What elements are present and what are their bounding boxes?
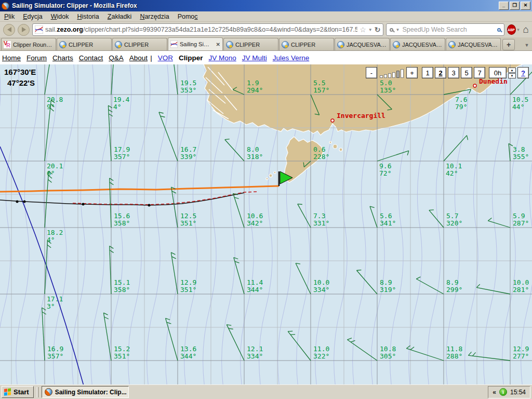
nav-link-contact[interactable]: Contact — [79, 54, 103, 62]
day-button-5[interactable]: 5 — [461, 67, 472, 78]
browser-tab[interactable]: CLIPPER — [223, 38, 278, 50]
adblock-button[interactable]: ABP ▼ — [507, 24, 521, 35]
search-engine-dropdown-icon[interactable]: ▼ — [396, 28, 400, 32]
close-tab-icon[interactable]: ✕ — [216, 42, 220, 47]
minimize-button[interactable]: _ — [499, 2, 509, 10]
tray-info-icon[interactable]: i — [499, 388, 507, 396]
race-link-julesverne[interactable]: Jules Verne — [273, 54, 310, 62]
tray-clock[interactable]: 15:54 — [510, 389, 526, 396]
wind-direction-label: 3° — [47, 302, 55, 310]
wind-direction-label: 358° — [114, 286, 130, 294]
zoom-level-bar[interactable] — [396, 71, 400, 78]
page-content: HomeForumChartsContactQ&AAbout|VORClippe… — [0, 51, 532, 384]
time-offset-button[interactable]: 0h — [489, 67, 507, 78]
wind-barb — [159, 112, 178, 161]
nav-link-forum[interactable]: Forum — [26, 54, 47, 62]
forward-button[interactable] — [18, 24, 30, 36]
navigation-toolbar: sail.zezo.org/clipper/chart.pl?sid=99390… — [0, 22, 532, 37]
nav-link-home[interactable]: Home — [2, 54, 21, 62]
zoom-level-bar[interactable] — [392, 72, 395, 78]
nav-link-about[interactable]: About — [129, 54, 148, 62]
wind-speed-label: 12.9 — [180, 278, 196, 286]
zoom-level-bar[interactable] — [384, 74, 387, 78]
day-button-1[interactable]: 1 — [422, 67, 433, 78]
zoom-level-indicator[interactable] — [380, 68, 404, 78]
browser-tab[interactable]: Clipper Round ... — [1, 38, 56, 50]
zoom-level-bar[interactable] — [380, 75, 383, 78]
adblock-icon: ABP — [507, 24, 516, 35]
wind-speed-label: 20.8 — [47, 96, 63, 103]
wind-barb — [444, 136, 468, 161]
race-link-jvmono[interactable]: JV Mono — [208, 54, 236, 62]
browser-tab[interactable]: Sailing Simu...✕ — [168, 37, 223, 50]
wind-barb — [227, 325, 244, 361]
taskbar-divider — [37, 387, 38, 397]
firefox-icon — [2, 2, 9, 10]
wind-speed-label: 5.9 — [513, 212, 525, 220]
spin-up-icon[interactable]: ▲ — [508, 68, 516, 73]
search-box[interactable]: ▼ SpeedUp Web Search — [386, 23, 504, 36]
browser-tab[interactable]: CLIPPER — [279, 38, 334, 50]
wind-speed-label: 10.6 — [247, 212, 263, 220]
wind-barb — [110, 178, 114, 228]
day-button-3[interactable]: 3 — [448, 67, 459, 78]
menu-item[interactable]: Plik — [0, 12, 19, 21]
tab-label: Clipper Round ... — [13, 42, 54, 48]
menu-item[interactable]: Narzędzia — [136, 12, 173, 21]
home-button[interactable]: ⌂ — [523, 24, 529, 35]
help-button[interactable]: ? — [517, 67, 529, 78]
taskbar: Start Sailing Simulator: Clip... « i 15:… — [0, 384, 532, 399]
maximize-button[interactable]: ❒ — [510, 2, 520, 10]
vr-icon — [4, 41, 11, 48]
zoom-out-button[interactable]: - — [366, 67, 377, 78]
wind-direction-label: 305° — [380, 352, 396, 360]
nav-link-charts[interactable]: Charts — [52, 54, 73, 62]
wind-speed-label: 15.2 — [114, 345, 130, 353]
close-button[interactable]: ✕ — [521, 2, 530, 10]
back-button[interactable] — [3, 24, 15, 36]
wind-barb — [509, 143, 513, 161]
chart-map[interactable]: 20.89°19.44°19.5353°1.9294°5.5157°5.0135… — [0, 64, 532, 384]
window-titlebar[interactable]: Sailing Simulator: Clipper - Mozilla Fir… — [0, 0, 532, 11]
nav-link-qa[interactable]: Q&A — [109, 54, 124, 62]
city-marker — [473, 84, 476, 87]
tab-label: JACQUESVABR... — [347, 42, 387, 48]
browser-tab[interactable]: JACQUESVABR... — [335, 38, 390, 50]
day-button-2[interactable]: 2 — [435, 67, 446, 78]
search-engine-icon — [390, 28, 393, 32]
browser-tab[interactable]: CLIPPER — [112, 38, 167, 50]
menu-item[interactable]: Widok — [47, 12, 73, 21]
zoom-level-bar[interactable] — [388, 73, 391, 78]
menu-item[interactable]: Historia — [73, 12, 103, 21]
browser-tab[interactable]: JACQUESVABR... — [390, 38, 445, 50]
race-link-vor[interactable]: VOR — [158, 54, 173, 62]
zoom-level-bar[interactable] — [401, 69, 404, 78]
taskbar-window-button[interactable]: Sailing Simulator: Clip... — [42, 386, 129, 398]
wind-barb — [370, 206, 377, 228]
menu-item[interactable]: Zakładki — [103, 12, 136, 21]
wind-speed-label: 16.7 — [180, 145, 196, 153]
adblock-dropdown-icon[interactable]: ▼ — [516, 28, 521, 32]
new-tab-button[interactable]: + — [502, 39, 515, 50]
wind-barb — [429, 210, 444, 228]
race-link-jvmulti[interactable]: JV Multi — [242, 54, 267, 62]
start-button[interactable]: Start — [2, 386, 34, 398]
bookmark-star-icon[interactable]: ☆ — [360, 25, 366, 34]
chart-svg[interactable]: 20.89°19.44°19.5353°1.9294°5.5157°5.0135… — [0, 64, 532, 384]
tab-list-button[interactable]: ▼ — [523, 40, 531, 50]
search-input[interactable]: SpeedUp Web Search — [402, 26, 494, 33]
browser-tab[interactable]: JACQUESVABR... — [446, 38, 501, 50]
url-dropdown-icon[interactable]: ▼ — [368, 28, 373, 32]
tab-label: Sailing Simu... — [180, 41, 214, 47]
url-bar[interactable]: sail.zezo.org/clipper/chart.pl?sid=99390… — [32, 23, 383, 36]
browser-tab[interactable]: CLIPPER — [57, 38, 112, 50]
reload-icon[interactable]: ↻ — [375, 25, 381, 34]
day-button-7[interactable]: 7 — [474, 67, 485, 78]
zoom-in-button[interactable]: + — [406, 67, 418, 78]
spin-down-icon[interactable]: ▼ — [508, 73, 516, 78]
menu-bar: PlikEdycjaWidokHistoriaZakładkiNarzędzia… — [0, 11, 532, 22]
menu-item[interactable]: Edycja — [19, 12, 47, 21]
search-go-icon[interactable] — [497, 28, 501, 32]
tray-collapse-icon[interactable]: « — [493, 389, 496, 396]
menu-item[interactable]: Pomoc — [174, 12, 202, 21]
